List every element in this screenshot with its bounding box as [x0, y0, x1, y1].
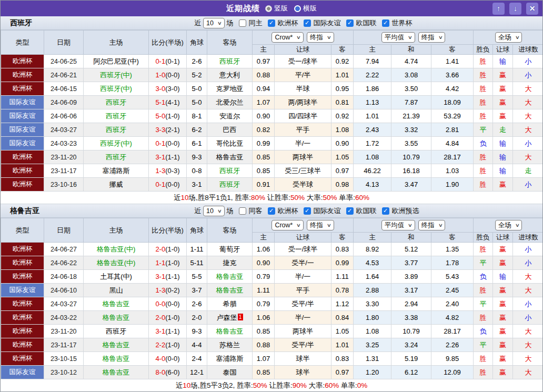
avg-odds-stage-select[interactable]: 终指∨: [418, 32, 446, 43]
goals-result-cell: 大: [513, 150, 543, 164]
filter-bar: 近 10∨ 场 同客 ✓欧洲杯 ✓国际友谊 ✓欧国联 ✓欧洲预选: [194, 206, 419, 216]
corner-count: 3-1: [187, 178, 207, 192]
goals-result-cell: 大: [513, 270, 543, 284]
crow-home-odds: 1.07: [253, 352, 275, 366]
same-venue-label: 同客: [249, 206, 263, 216]
crow-company-select[interactable]: Crow*∨: [272, 32, 304, 43]
crow-home-odds: 0.79: [253, 297, 275, 311]
crow-away-odds: 0.95: [331, 82, 354, 96]
avg-draw-odds: 2.94: [391, 297, 431, 311]
avg-away-odds: 18.09: [431, 96, 474, 109]
avg-away-odds: 5.43: [431, 270, 474, 284]
match-row: 国际友谊24-06-09西班牙5-1(4-1)5-0北爱尔兰1.07两/两球半0…: [1, 96, 543, 109]
crow-home-odds: 0.85: [253, 366, 275, 379]
crow-odds-stage-select[interactable]: 终指∨: [307, 32, 334, 43]
goals-result-cell: 大: [513, 123, 543, 137]
crow-handicap: 受一/球半: [275, 243, 331, 256]
crow-handicap: 半球: [275, 82, 331, 96]
crow-handicap: 两球半: [275, 150, 331, 164]
match-type-badge: 欧洲杯: [1, 150, 44, 164]
handicap-result-cell: 赢: [493, 366, 513, 379]
near-label: 近: [194, 206, 201, 216]
home-team: 格鲁吉亚: [84, 338, 149, 352]
goals-result-cell: 大: [513, 96, 543, 109]
move-down-button[interactable]: ↓: [509, 3, 521, 15]
match-row: 欧洲杯24-03-22格鲁吉亚2-0(1-0)2-0卢森堡11.06半/一0.8…: [1, 311, 543, 325]
avg-home-odds: 1.72: [354, 137, 391, 150]
crow-away-odds: 1.01: [331, 338, 354, 352]
avg-away-odds: 2.45: [431, 284, 474, 297]
handicap-result-cell: 走: [493, 123, 513, 137]
match-rows: 欧洲杯24-06-25阿尔巴尼亚(中)0-1(0-1)2-6西班牙0.97受一/…: [1, 55, 543, 192]
league-checkbox-nationsleague[interactable]: ✓: [346, 19, 354, 27]
recent-count-select[interactable]: 10∨: [203, 206, 225, 216]
goals-result-cell: 走: [513, 164, 543, 178]
matches-table-spain: 类型 日期 主场 比分(半场) 角球 客场 Crow*∨ 终指∨ 平均值∨ 终指…: [1, 30, 543, 192]
score: 3-0(3-0): [149, 82, 187, 96]
crow-away-odds: 0.99: [331, 256, 354, 270]
move-up-button[interactable]: ↑: [492, 3, 505, 15]
avg-draw-odds: 7.87: [391, 96, 431, 109]
crow-company-select[interactable]: Crow*∨: [272, 220, 304, 230]
match-date: 23-10-16: [44, 178, 84, 192]
avg-company-select[interactable]: 平均值∨: [381, 32, 415, 43]
recent-count-select[interactable]: 10∨: [203, 18, 225, 28]
match-date: 23-11-20: [44, 150, 84, 164]
corner-count: 2-4: [187, 352, 207, 366]
handicap-result-cell: 赢: [493, 109, 513, 123]
league-checkbox-friendly[interactable]: ✓: [304, 19, 311, 27]
match-type-badge: 欧洲杯: [1, 82, 44, 96]
away-team: 捷克: [207, 256, 253, 270]
same-venue-checkbox[interactable]: [239, 19, 246, 27]
handicap-result-cell: 赢: [493, 68, 513, 82]
scope-select[interactable]: 全场∨: [495, 32, 522, 43]
match-row: 国际友谊24-06-06西班牙5-0(1-0)8-1安道尔0.90四/四球半0.…: [1, 109, 543, 123]
league-label: 国际友谊: [314, 206, 341, 216]
result-cell: 胜: [474, 284, 493, 297]
league-checkbox-worldcup[interactable]: ✓: [382, 19, 389, 27]
score: 0-1(0-0): [149, 137, 187, 150]
league-checkbox-eurocup[interactable]: ✓: [268, 207, 275, 215]
crow-handicap: 半/一: [275, 137, 331, 150]
radio-vertical[interactable]: 竖版: [265, 4, 288, 13]
away-team: 格鲁吉亚: [207, 284, 253, 297]
chevron-down-icon: ∨: [217, 21, 222, 26]
avg-away-odds: 53.29: [431, 109, 474, 123]
avg-draw-odds: 3.32: [391, 123, 431, 137]
crow-home-odds: 0.85: [253, 150, 275, 164]
avg-company-select[interactable]: 平均值∨: [381, 220, 415, 230]
league-checkbox-euroqualifier[interactable]: ✓: [382, 207, 389, 215]
crow-home-odds: 0.79: [253, 270, 275, 284]
col-handicap-result: 让球: [493, 233, 513, 243]
filter-bar: 近 10∨ 场 同主 ✓欧洲杯 ✓国际友谊 ✓欧国联 ✓世界杯: [194, 18, 413, 28]
match-row: 国际友谊24-06-10黑山1-3(0-2)3-7格鲁吉亚1.11平手0.782…: [1, 284, 543, 297]
avg-away-odds: 2.26: [431, 338, 474, 352]
radio-selected-icon[interactable]: [265, 5, 272, 12]
home-team: 格鲁吉亚(中): [84, 243, 149, 256]
handicap-result-cell: 赢: [493, 256, 513, 270]
col-crow-handicap: 让球: [275, 45, 331, 55]
radio-unselected-icon[interactable]: [294, 5, 301, 12]
goals-result-cell: 小: [513, 256, 543, 270]
close-button[interactable]: ✕: [526, 3, 538, 15]
avg-home-odds: 1.08: [354, 150, 391, 164]
avg-draw-odds: 16.18: [391, 164, 431, 178]
league-checkbox-nationsleague[interactable]: ✓: [346, 207, 354, 215]
home-team: 塞浦路斯: [84, 164, 149, 178]
goals-result-cell: 小: [513, 297, 543, 311]
avg-away-odds: 1.41: [431, 55, 474, 68]
same-venue-checkbox[interactable]: [239, 207, 246, 215]
match-row: 欧洲杯23-11-20西班牙3-1(1-1)9-3格鲁吉亚0.85两球半1.05…: [1, 150, 543, 164]
scope-select[interactable]: 全场∨: [495, 220, 522, 230]
home-team: 西班牙(中): [84, 137, 149, 150]
league-checkbox-eurocup[interactable]: ✓: [268, 19, 275, 27]
avg-odds-stage-select[interactable]: 终指∨: [418, 220, 446, 230]
crow-away-odds: 0.98: [331, 178, 354, 192]
crow-odds-stage-select[interactable]: 终指∨: [307, 220, 334, 230]
league-checkbox-friendly[interactable]: ✓: [304, 207, 311, 215]
avg-home-odds: 7.94: [354, 55, 391, 68]
col-handicap-result: 让球: [493, 45, 513, 55]
radio-horizontal[interactable]: 横版: [294, 4, 317, 13]
result-cell: 胜: [474, 68, 493, 82]
home-team: 格鲁吉亚: [84, 366, 149, 379]
